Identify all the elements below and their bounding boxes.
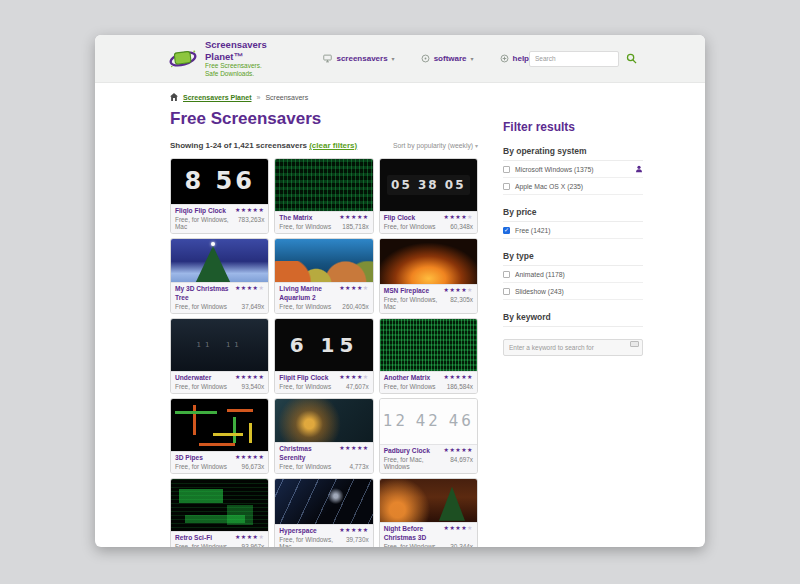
nav-label: screensavers — [336, 54, 387, 63]
brand-logo-icon — [168, 47, 198, 71]
filter-option[interactable]: Slideshow (243) — [503, 283, 643, 300]
screensaver-card[interactable]: 6 15Flipit Flip Clock★★★★★Free, for Wind… — [274, 318, 373, 394]
search-icon[interactable] — [626, 53, 637, 64]
keyword-input[interactable] — [503, 339, 643, 356]
screensaver-title-link[interactable]: The Matrix — [279, 214, 312, 222]
screensaver-card[interactable]: The Matrix★★★★★Free, for Windows185,718x — [274, 158, 373, 234]
license-platform-text: Free, for Windows — [279, 383, 331, 390]
screensaver-thumbnail-retroscifi[interactable] — [171, 479, 268, 531]
screensaver-title-link[interactable]: Flip Clock — [384, 214, 416, 222]
rating-stars: ★★★★★ — [444, 447, 473, 455]
screensaver-grid: 8 56Fliqlo Flip Clock★★★★★Free, for Wind… — [170, 158, 478, 547]
filter-option-label: Apple Mac OS X (235) — [515, 183, 643, 190]
rating-stars: ★★★★★ — [444, 525, 473, 533]
filter-group: By operating systemMicrosoft Windows (13… — [503, 146, 643, 195]
screensaver-title-link[interactable]: Underwater — [175, 374, 211, 382]
license-platform-text: Free, for Windows — [279, 463, 331, 470]
rating-stars: ★★★★★ — [235, 534, 264, 542]
screensaver-card[interactable]: 12 42 46Padbury Clock★★★★★Free, for Mac,… — [379, 398, 478, 474]
card-caption: Night Before Christmas 3D★★★★★Free, for … — [380, 522, 477, 547]
screensaver-card[interactable]: Christmas Serenity★★★★★Free, for Windows… — [274, 398, 373, 474]
filter-option[interactable]: Microsoft Windows (1375) — [503, 161, 643, 178]
screensaver-title-link[interactable]: Padbury Clock — [384, 447, 430, 455]
search-input[interactable] — [529, 51, 619, 67]
screensaver-title-link[interactable]: Hyperspace — [279, 527, 316, 535]
breadcrumb-home-link[interactable]: Screensavers Planet — [183, 94, 252, 101]
nav-item-software[interactable]: software▾ — [421, 54, 474, 63]
home-icon[interactable] — [170, 93, 178, 101]
license-platform-text: Free, for Windows — [279, 303, 331, 310]
breadcrumb: Screensavers Planet » Screensavers — [170, 93, 642, 101]
checkbox[interactable] — [503, 183, 510, 190]
screensaver-thumbnail-xmastree[interactable] — [171, 239, 268, 283]
screensaver-thumbnail-flipclock[interactable]: 05 38 05 — [380, 159, 477, 211]
screensaver-card[interactable]: 11 11Underwater★★★★★Free, for Windows93,… — [170, 318, 269, 394]
screensaver-title-link[interactable]: Living Marine Aquarium 2 — [279, 285, 336, 301]
screensaver-thumbnail-serenity[interactable] — [275, 399, 372, 443]
screensaver-card[interactable]: Night Before Christmas 3D★★★★★Free, for … — [379, 478, 478, 547]
screensaver-thumbnail-flipit[interactable]: 6 15 — [275, 319, 372, 371]
nav-item-screensavers[interactable]: screensavers▾ — [323, 54, 394, 63]
filter-option[interactable]: Apple Mac OS X (235) — [503, 178, 643, 195]
screensaver-thumbnail-padbury[interactable]: 12 42 46 — [380, 399, 477, 444]
card-caption: My 3D Christmas Tree★★★★★Free, for Windo… — [171, 282, 268, 312]
screensaver-thumbnail-hyperspace[interactable] — [275, 479, 372, 524]
screensaver-title-link[interactable]: MSN Fireplace — [384, 287, 429, 295]
screensaver-thumbnail-matrix2[interactable] — [380, 319, 477, 371]
screensaver-title-link[interactable]: Christmas Serenity — [279, 445, 336, 461]
screensaver-thumbnail-matrix[interactable] — [275, 159, 372, 211]
screensaver-thumbnail-fireplace[interactable] — [380, 239, 477, 284]
checkbox-checked[interactable]: ✓ — [503, 227, 510, 234]
card-caption: Hyperspace★★★★★Free, for Windows, Mac39,… — [275, 524, 372, 547]
checkbox[interactable] — [503, 288, 510, 295]
screensaver-title-link[interactable]: Flipit Flip Clock — [279, 374, 328, 382]
rating-stars: ★★★★★ — [235, 207, 264, 215]
keyboard-icon[interactable] — [630, 341, 639, 347]
screensaver-thumbnail-nightxmas[interactable] — [380, 479, 477, 523]
sort-dropdown[interactable]: Sort by popularity (weekly) ▾ — [393, 142, 478, 149]
screensaver-card[interactable]: Living Marine Aquarium 2★★★★★Free, for W… — [274, 238, 373, 314]
disc-icon — [421, 54, 430, 63]
site-header: Screensavers Planet™ Free Screensavers. … — [95, 35, 705, 83]
license-platform-text: Free, for Windows, Mac — [175, 216, 238, 230]
screensaver-card[interactable]: Another Matrix★★★★★Free, for Windows186,… — [379, 318, 478, 394]
screensaver-thumbnail-fliqlo[interactable]: 8 56 — [171, 159, 268, 204]
screensaver-title-link[interactable]: Fliqlo Flip Clock — [175, 207, 226, 215]
screensaver-thumbnail-pipes[interactable] — [171, 399, 268, 451]
nav-item-help[interactable]: help — [500, 54, 529, 63]
person-icon — [635, 165, 643, 173]
screensaver-thumbnail-aquarium[interactable] — [275, 239, 372, 283]
download-count: 186,584x — [447, 383, 473, 390]
filter-option-label: Microsoft Windows (1375) — [515, 166, 630, 173]
license-platform-text: Free, for Windows — [175, 303, 227, 310]
filter-group-heading: By price — [503, 207, 643, 222]
checkbox[interactable] — [503, 166, 510, 173]
screensaver-card[interactable]: 3D Pipes★★★★★Free, for Windows96,673x — [170, 398, 269, 474]
screensaver-card[interactable]: 8 56Fliqlo Flip Clock★★★★★Free, for Wind… — [170, 158, 269, 234]
rating-stars: ★★★★★ — [235, 374, 264, 382]
download-count: 39,730x — [346, 536, 369, 547]
screensaver-title-link[interactable]: 3D Pipes — [175, 454, 203, 462]
screensaver-card[interactable]: MSN Fireplace★★★★★Free, for Windows, Mac… — [379, 238, 478, 314]
clear-filters-link[interactable]: (clear filters) — [309, 141, 357, 150]
license-platform-text: Free, for Windows — [175, 383, 227, 390]
screensaver-card[interactable]: Retro Sci-Fi★★★★★Free, for Windows93,967… — [170, 478, 269, 547]
screensaver-title-link[interactable]: My 3D Christmas Tree — [175, 285, 232, 301]
brand-text[interactable]: Screensavers Planet™ Free Screensavers. … — [205, 39, 271, 77]
filter-option[interactable]: ✓Free (1421) — [503, 222, 643, 239]
screensaver-title-link[interactable]: Retro Sci-Fi — [175, 534, 212, 542]
rating-stars: ★★★★★ — [444, 287, 473, 295]
checkbox[interactable] — [503, 271, 510, 278]
screensaver-thumbnail-underwater[interactable]: 11 11 — [171, 319, 268, 371]
brand-name: Screensavers Planet™ — [205, 39, 271, 62]
screensaver-card[interactable]: Hyperspace★★★★★Free, for Windows, Mac39,… — [274, 478, 373, 547]
screensaver-card[interactable]: 05 38 05Flip Clock★★★★★Free, for Windows… — [379, 158, 478, 234]
rating-stars: ★★★★★ — [339, 285, 368, 293]
screensaver-card[interactable]: My 3D Christmas Tree★★★★★Free, for Windo… — [170, 238, 269, 314]
filter-group-keyword: By keyword — [503, 312, 643, 356]
screensaver-title-link[interactable]: Night Before Christmas 3D — [384, 525, 441, 541]
filter-option[interactable]: Animated (1178) — [503, 266, 643, 283]
breadcrumb-separator: » — [257, 94, 261, 101]
download-count: 93,540x — [242, 383, 265, 390]
screensaver-title-link[interactable]: Another Matrix — [384, 374, 431, 382]
